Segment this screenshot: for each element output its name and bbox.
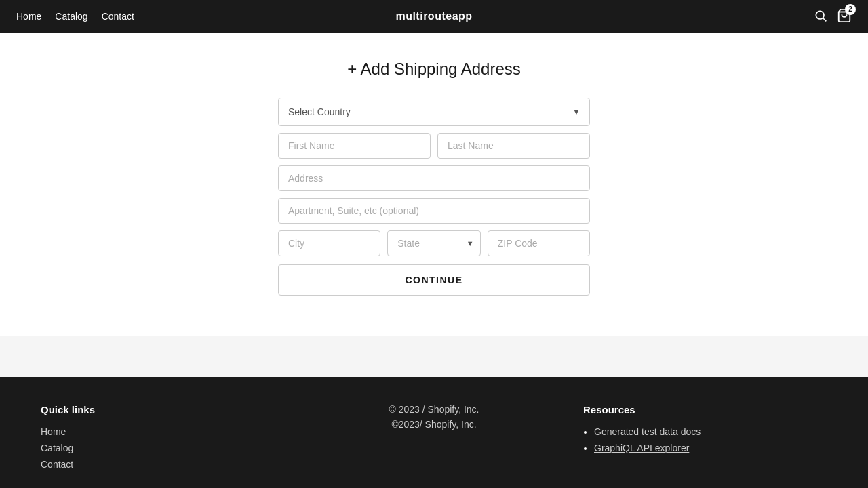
nav-contact[interactable]: Contact <box>102 11 134 22</box>
gray-separator <box>0 336 868 377</box>
footer-copyright: © 2023 / Shopify, Inc. <box>312 404 556 415</box>
footer-copyright2: ©2023/ Shopify, Inc. <box>312 419 556 430</box>
svg-point-0 <box>816 11 824 19</box>
navbar: Home Catalog Contact multirouteapp 2 <box>0 0 868 33</box>
resources-list: Generated test data docs GraphiQL API ex… <box>583 426 827 453</box>
footer-link-home[interactable]: Home <box>41 426 285 437</box>
apartment-field <box>278 198 590 224</box>
address-field <box>278 165 590 191</box>
country-select-wrapper: Select Country ▼ <box>278 98 590 126</box>
footer-resources: Resources Generated test data docs Graph… <box>583 404 827 475</box>
cart-badge: 2 <box>845 4 856 15</box>
state-select-wrapper: State ▼ <box>387 230 481 256</box>
search-icon[interactable] <box>814 9 827 24</box>
resources-title: Resources <box>583 404 827 415</box>
resources-link-1[interactable]: GraphiQL API explorer <box>594 443 827 453</box>
nav-catalog[interactable]: Catalog <box>55 11 87 22</box>
last-name-input[interactable] <box>437 133 590 159</box>
nav-links: Home Catalog Contact <box>16 11 134 22</box>
footer-quick-links: Quick links Home Catalog Contact <box>41 404 285 475</box>
quick-links-title: Quick links <box>41 404 285 415</box>
main-content: + Add Shipping Address Select Country ▼ <box>0 33 868 336</box>
footer-link-catalog[interactable]: Catalog <box>41 443 285 453</box>
footer-center: © 2023 / Shopify, Inc. ©2023/ Shopify, I… <box>312 404 556 475</box>
footer-top: Quick links Home Catalog Contact © 2023 … <box>41 404 827 475</box>
resources-link-0[interactable]: Generated test data docs <box>594 426 827 437</box>
apartment-input[interactable] <box>278 198 590 224</box>
state-select[interactable]: State <box>387 230 481 256</box>
footer: Quick links Home Catalog Contact © 2023 … <box>0 377 868 488</box>
zip-input[interactable] <box>488 230 590 256</box>
last-name-field <box>437 133 590 159</box>
footer-link-contact[interactable]: Contact <box>41 459 285 470</box>
country-select[interactable]: Select Country <box>278 98 590 126</box>
zip-field <box>488 230 590 256</box>
city-field <box>278 230 380 256</box>
list-item: GraphiQL API explorer <box>594 443 827 453</box>
nav-icons: 2 <box>814 8 852 25</box>
first-name-input[interactable] <box>278 133 431 159</box>
address-input[interactable] <box>278 165 590 191</box>
city-state-zip-row: State ▼ <box>278 230 590 256</box>
site-brand: multirouteapp <box>395 10 472 22</box>
first-name-field <box>278 133 431 159</box>
city-input[interactable] <box>278 230 380 256</box>
svg-line-1 <box>823 18 827 21</box>
page-title: + Add Shipping Address <box>14 60 854 79</box>
name-row <box>278 133 590 159</box>
shipping-address-form: Select Country ▼ <box>278 98 590 296</box>
continue-button[interactable]: CONTINUE <box>278 264 590 296</box>
list-item: Generated test data docs <box>594 426 827 437</box>
nav-home[interactable]: Home <box>16 11 41 22</box>
cart-icon[interactable]: 2 <box>837 8 852 25</box>
